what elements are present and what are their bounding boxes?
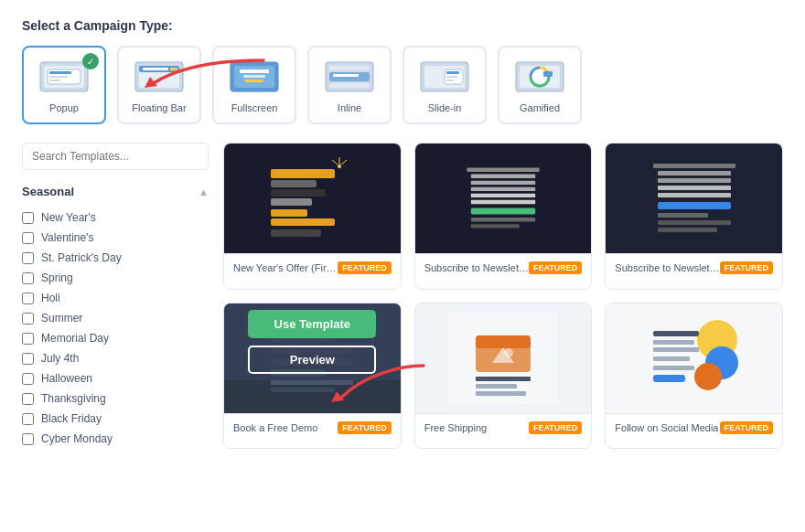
floating-bar-icon [132,57,187,97]
checkbox-valentines[interactable] [22,232,34,244]
checkbox-spring[interactable] [22,272,34,284]
featured-badge-social: FEATURED [720,421,773,434]
checkbox-thanksgiving[interactable] [22,393,34,405]
svg-rect-26 [446,80,454,81]
svg-rect-76 [476,335,531,348]
template-footer-shipping: Free Shipping FEATURED [415,413,592,442]
svg-rect-49 [471,187,535,191]
sidebar-item-label: St. Patrick's Day [41,251,122,264]
sidebar-item-st-patricks[interactable]: St. Patrick's Day [22,248,209,268]
svg-rect-86 [653,331,699,336]
sidebar-items-list: New Year's Valentine's St. Patrick's Day… [22,207,209,449]
svg-rect-89 [653,356,690,361]
template-thumbnail-demo: Use Template Preview [224,303,401,413]
template-footer-subscribe2: Subscribe to Newsletter ... FEATURED [606,253,782,282]
svg-rect-39 [271,180,317,187]
template-subscribe2[interactable]: Subscribe to Newsletter ... FEATURED [605,143,783,290]
checkbox-halloween[interactable] [22,373,34,385]
use-template-button[interactable]: Use Template [248,310,376,338]
svg-rect-20 [329,83,370,88]
sidebar-item-label: Halloween [41,372,92,385]
sidebar-item-label: Summer [41,312,82,325]
svg-rect-50 [471,194,535,197]
sidebar-item-summer[interactable]: Summer [22,308,209,328]
svg-rect-13 [240,69,269,73]
svg-rect-15 [245,80,263,82]
sidebar-item-valentines[interactable]: Valentine's [22,228,209,248]
sidebar-item-black-friday[interactable]: Black Friday [22,409,209,429]
svg-rect-60 [658,193,731,197]
fullscreen-label: Fullscreen [231,102,278,113]
svg-rect-9 [143,68,168,70]
sidebar-item-thanksgiving[interactable]: Thanksgiving [22,388,209,409]
template-newyear[interactable]: New Year's Offer (Firewo... FEATURED [223,143,402,290]
checkbox-st-patricks[interactable] [22,252,34,264]
checkbox-cyber-monday[interactable] [22,433,34,445]
svg-rect-3 [49,71,71,74]
svg-rect-64 [658,228,717,232]
template-thumbnail-shipping [415,303,592,413]
template-thumbnail-subscribe2 [606,144,782,253]
template-social[interactable]: Follow on Social Media FEATURED [605,303,783,450]
svg-rect-10 [170,68,177,70]
campaign-type-inline[interactable]: Inline [307,46,392,124]
svg-rect-48 [471,181,535,185]
svg-rect-14 [243,75,265,78]
slide-in-icon [417,57,472,97]
svg-rect-87 [653,340,694,345]
campaign-type-popup[interactable]: ✓ Popup [22,46,106,124]
svg-rect-19 [333,74,359,77]
sidebar: Seasonal ▲ New Year's Valentine's St. Pa… [22,143,223,449]
svg-rect-47 [471,175,535,178]
campaign-type-fullscreen[interactable]: Fullscreen [212,46,296,124]
sidebar-item-label: Holi [41,292,60,304]
sidebar-item-july-4th[interactable]: July 4th [22,348,209,368]
preview-button[interactable]: Preview [248,346,376,374]
svg-rect-51 [471,200,535,204]
sidebar-item-cyber-monday[interactable]: Cyber Monday [22,429,209,449]
checkbox-black-friday[interactable] [22,413,34,425]
inline-icon [322,57,377,97]
checkbox-memorial-day[interactable] [22,333,34,345]
checkbox-new-years[interactable] [22,212,34,224]
template-shipping[interactable]: Free Shipping FEATURED [414,303,593,450]
gamified-icon [512,57,567,97]
checkbox-holi[interactable] [22,293,34,304]
svg-point-34 [338,165,341,168]
campaign-type-floating-bar[interactable]: Floating Bar [117,46,201,124]
sidebar-item-spring[interactable]: Spring [22,268,209,288]
svg-rect-59 [658,186,731,190]
template-footer-social: Follow on Social Media FEATURED [606,413,782,442]
selected-check-icon: ✓ [82,53,99,69]
svg-rect-72 [271,380,353,385]
seasonal-section-header[interactable]: Seasonal ▲ [22,185,209,198]
svg-rect-91 [653,375,685,382]
svg-point-81 [504,348,513,357]
svg-rect-52 [471,208,535,215]
checkbox-july-4th[interactable] [22,353,34,365]
sidebar-item-halloween[interactable]: Halloween [22,368,209,388]
main-area: Seasonal ▲ New Year's Valentine's St. Pa… [22,143,783,449]
template-name-newyear: New Year's Offer (Firewo... [233,262,338,273]
campaign-type-gamified[interactable]: Gamified [498,46,582,124]
slide-in-label: Slide-in [428,102,462,113]
sidebar-item-holi[interactable]: Holi [22,288,209,308]
sidebar-item-label: Thanksgiving [41,392,106,405]
search-input[interactable] [22,143,209,170]
svg-rect-46 [467,168,539,172]
template-subscribe1[interactable]: Subscribe to Newsletter ... FEATURED [414,143,593,290]
sidebar-item-memorial-day[interactable]: Memorial Day [22,328,209,348]
templates-grid: New Year's Offer (Firewo... FEATURED [223,143,783,449]
template-footer-demo: Book a Free Demo FEATURED [224,413,401,442]
svg-rect-88 [653,347,699,352]
svg-rect-25 [446,76,457,78]
campaign-types-row: ✓ Popup Floating Bar [22,46,783,124]
campaign-type-slide-in[interactable]: Slide-in [402,46,487,124]
template-demo[interactable]: Use Template Preview Book a Free Demo FE… [223,303,402,450]
svg-rect-78 [476,384,517,388]
sidebar-item-label: Spring [41,271,73,284]
sidebar-item-label: July 4th [41,352,79,365]
sidebar-item-new-years[interactable]: New Year's [22,207,209,228]
featured-badge-shipping: FEATURED [529,421,582,434]
checkbox-summer[interactable] [22,313,34,325]
